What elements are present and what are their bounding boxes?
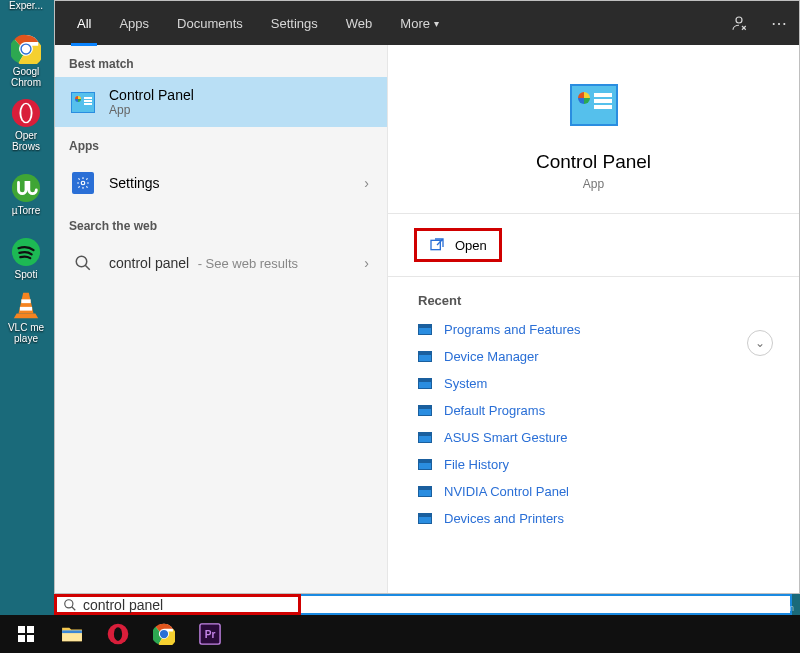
details-pane: Control Panel App Open ⌄ Recent Programs… xyxy=(388,45,799,593)
search-box[interactable] xyxy=(54,594,301,615)
chrome-icon xyxy=(153,623,175,645)
desktop-icon-utorrent[interactable]: µTorre xyxy=(0,154,52,218)
recent-label: NVIDIA Control Panel xyxy=(444,484,569,499)
open-button[interactable]: Open xyxy=(414,228,502,262)
search-strip xyxy=(54,594,792,615)
svg-point-15 xyxy=(65,599,73,607)
search-icon xyxy=(63,598,77,612)
svg-rect-22 xyxy=(62,630,82,633)
applet-icon xyxy=(418,405,432,416)
svg-rect-14 xyxy=(431,240,440,249)
recent-item[interactable]: System xyxy=(418,370,781,397)
taskbar-explorer[interactable] xyxy=(50,615,94,653)
taskbar: Pr xyxy=(0,615,800,653)
svg-line-16 xyxy=(72,606,76,610)
tab-all[interactable]: All xyxy=(63,1,105,45)
premiere-icon: Pr xyxy=(199,623,221,645)
expand-button[interactable]: ⌄ xyxy=(747,330,773,356)
result-title: Settings xyxy=(109,175,348,191)
desktop-icon-label: Oper Brows xyxy=(0,130,52,152)
applet-icon xyxy=(418,378,432,389)
svg-rect-20 xyxy=(27,635,34,642)
recent-header: Recent xyxy=(388,277,799,316)
start-button[interactable] xyxy=(4,615,48,653)
recent-item[interactable]: Device Manager xyxy=(418,343,781,370)
taskbar-chrome[interactable] xyxy=(142,615,186,653)
applet-icon xyxy=(418,351,432,362)
search-box-extension[interactable] xyxy=(301,594,792,615)
feedback-button[interactable] xyxy=(719,1,759,45)
desktop-icon-opera[interactable]: Oper Brows xyxy=(0,90,52,154)
desktop-icon-label: µTorre xyxy=(0,205,52,216)
svg-text:Pr: Pr xyxy=(205,629,216,640)
svg-point-12 xyxy=(76,256,87,267)
recent-label: Devices and Printers xyxy=(444,511,564,526)
open-label: Open xyxy=(455,238,487,253)
recent-label: Default Programs xyxy=(444,403,545,418)
tab-settings[interactable]: Settings xyxy=(257,1,332,45)
svg-rect-18 xyxy=(27,626,34,633)
chevron-right-icon[interactable]: › xyxy=(360,255,373,271)
recent-item[interactable]: Programs and Features xyxy=(418,316,781,343)
tab-web[interactable]: Web xyxy=(332,1,387,45)
svg-rect-8 xyxy=(21,299,30,303)
recent-label: System xyxy=(444,376,487,391)
windows-icon xyxy=(18,626,34,642)
applet-icon xyxy=(418,513,432,524)
result-settings[interactable]: Settings › xyxy=(55,159,387,207)
recent-item[interactable]: Default Programs xyxy=(418,397,781,424)
recent-item[interactable]: Devices and Printers xyxy=(418,505,781,532)
applet-icon xyxy=(418,324,432,335)
chrome-icon xyxy=(9,32,43,66)
recent-label: ASUS Smart Gesture xyxy=(444,430,568,445)
desktop-icon-label: VLC me playe xyxy=(0,322,52,344)
control-panel-icon xyxy=(69,88,97,116)
tab-more-label: More xyxy=(400,16,430,31)
watermark: w3zh.com xyxy=(753,603,794,613)
result-subtitle: App xyxy=(109,103,373,117)
recent-item[interactable]: NVIDIA Control Panel xyxy=(418,478,781,505)
web-query: control panel xyxy=(109,255,189,271)
desktop-icon-label: Googl Chrom xyxy=(0,66,52,88)
svg-point-5 xyxy=(21,104,30,122)
web-header: Search the web xyxy=(55,207,387,239)
desktop: Exper... Googl Chrom Oper Brows µTorre S… xyxy=(0,0,54,615)
search-panel: All Apps Documents Settings Web More ▾ ⋯… xyxy=(54,0,800,594)
tab-more[interactable]: More ▾ xyxy=(386,1,453,45)
gear-icon xyxy=(69,169,97,197)
recent-item[interactable]: ASUS Smart Gesture xyxy=(418,424,781,451)
taskbar-premiere[interactable]: Pr xyxy=(188,615,232,653)
desktop-icon-spotify[interactable]: Spoti xyxy=(0,218,52,282)
apps-header: Apps xyxy=(55,127,387,159)
recent-item[interactable]: File History xyxy=(418,451,781,478)
taskbar-opera[interactable] xyxy=(96,615,140,653)
desktop-icon-chrome[interactable]: Googl Chrom xyxy=(0,26,52,90)
vlc-icon xyxy=(9,288,43,322)
tab-apps[interactable]: Apps xyxy=(105,1,163,45)
result-control-panel[interactable]: Control Panel App xyxy=(55,77,387,127)
opera-icon xyxy=(9,96,43,130)
file-explorer-icon xyxy=(61,625,83,643)
svg-rect-9 xyxy=(20,307,32,311)
more-options-button[interactable]: ⋯ xyxy=(759,1,799,45)
recent-label: Programs and Features xyxy=(444,322,581,337)
chevron-right-icon[interactable]: › xyxy=(360,175,373,191)
desktop-icon-vlc[interactable]: VLC me playe xyxy=(0,282,52,346)
control-panel-icon xyxy=(564,75,624,135)
spotify-icon xyxy=(9,235,43,269)
result-title: Control Panel xyxy=(109,87,373,103)
desktop-icon-expert[interactable]: Exper... xyxy=(0,0,52,26)
applet-icon xyxy=(418,459,432,470)
svg-point-2 xyxy=(22,45,30,53)
results-pane: Best match Control Panel App Apps Settin… xyxy=(55,45,388,593)
svg-rect-19 xyxy=(18,635,25,642)
chevron-down-icon: ▾ xyxy=(434,18,439,29)
search-input[interactable] xyxy=(83,597,292,613)
svg-point-11 xyxy=(81,181,85,185)
result-web-search[interactable]: control panel - See web results › xyxy=(55,239,387,287)
svg-line-13 xyxy=(85,265,90,270)
tab-documents[interactable]: Documents xyxy=(163,1,257,45)
svg-point-26 xyxy=(160,630,168,638)
utorrent-icon xyxy=(9,171,43,205)
svg-rect-17 xyxy=(18,626,25,633)
